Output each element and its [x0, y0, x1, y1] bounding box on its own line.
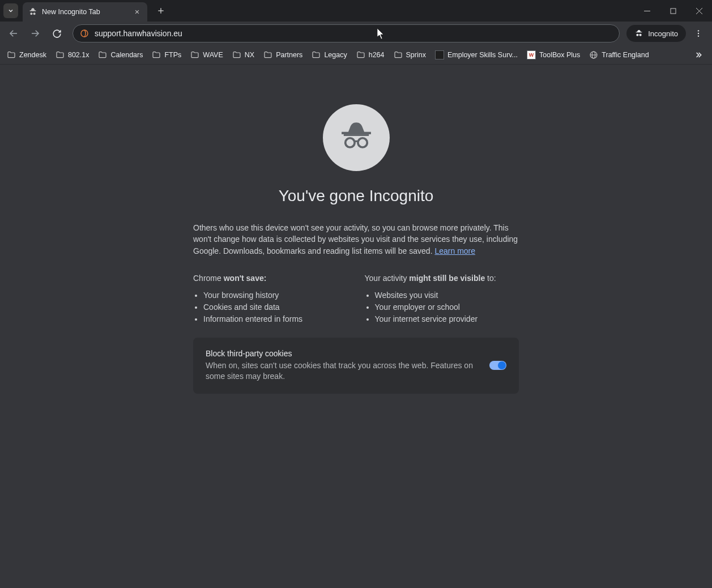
bookmark-item[interactable]: Zendesk	[7, 50, 46, 59]
bookmark-label: Traffic England	[602, 51, 649, 59]
bookmark-item[interactable]: Calendars	[98, 50, 143, 59]
learn-more-link[interactable]: Learn more	[434, 246, 475, 255]
cookie-card-title: Block third-party cookies	[206, 349, 478, 358]
arrow-left-icon	[8, 28, 19, 39]
bookmark-item[interactable]: h264	[356, 50, 385, 59]
dots-vertical-icon	[694, 29, 703, 38]
tab-search-button[interactable]	[3, 3, 18, 18]
folder-icon	[7, 50, 16, 59]
minimize-button[interactable]	[634, 0, 660, 22]
bookmark-label: Partners	[276, 51, 302, 59]
bookmark-item[interactable]: Traffic England	[589, 50, 649, 59]
list-item: Websites you visit	[375, 289, 519, 301]
tab-close-button[interactable]	[133, 7, 142, 16]
tab-title: New Incognito Tab	[42, 8, 128, 16]
page-heading: You've gone Incognito	[279, 187, 434, 205]
bookmark-item[interactable]: WToolBox Plus	[527, 50, 580, 59]
folder-icon	[263, 50, 272, 59]
window-controls	[634, 0, 712, 22]
svg-point-13	[698, 35, 699, 36]
incognito-hero-icon	[323, 104, 390, 171]
folder-icon	[232, 50, 241, 59]
bookmark-item[interactable]: Legacy	[312, 50, 347, 59]
bookmark-label: Legacy	[324, 51, 347, 59]
column-visible-to: Your activity might still be visible to:…	[365, 274, 519, 325]
globe-icon	[589, 50, 598, 59]
new-tab-button[interactable]	[153, 3, 169, 19]
folder-icon	[152, 50, 161, 59]
folder-icon	[98, 50, 107, 59]
site-favicon: W	[527, 50, 536, 59]
intro-text: Others who use this device won't see you…	[193, 222, 519, 257]
bookmark-label: Zendesk	[19, 51, 46, 59]
svg-point-10	[81, 30, 88, 37]
bookmark-item[interactable]: FTPs	[152, 50, 181, 59]
back-button[interactable]	[5, 24, 23, 42]
incognito-tab-icon	[28, 7, 37, 16]
bookmark-label: NX	[245, 51, 254, 59]
bookmark-item[interactable]: WAVE	[190, 50, 223, 59]
folder-icon	[56, 50, 65, 59]
bookmark-item[interactable]: NX	[232, 50, 254, 59]
bookmark-label: Employer Skills Surv...	[447, 51, 518, 59]
titlebar: New Incognito Tab	[0, 0, 712, 22]
reload-icon	[52, 29, 62, 39]
svg-rect-17	[343, 134, 368, 136]
bookmark-label: 802.1x	[68, 51, 89, 59]
bookmarks-bar: Zendesk802.1xCalendarsFTPsWAVENXPartners…	[0, 45, 712, 65]
incognito-chip-label: Incognito	[648, 29, 678, 38]
list-item: Your internet service provider	[375, 313, 519, 325]
folder-icon	[190, 50, 199, 59]
cookie-card-desc: When on, sites can't use cookies that tr…	[206, 360, 478, 382]
bookmark-label: FTPs	[164, 51, 181, 59]
forward-button[interactable]	[26, 24, 44, 42]
folder-icon	[394, 50, 403, 59]
address-input[interactable]	[95, 29, 612, 38]
block-cookies-toggle[interactable]	[489, 361, 506, 370]
omnibox[interactable]	[73, 24, 620, 42]
bookmark-item[interactable]: Partners	[263, 50, 302, 59]
arrow-right-icon	[30, 28, 40, 39]
tab-active[interactable]: New Incognito Tab	[23, 2, 147, 22]
chrome-menu-button[interactable]	[689, 24, 707, 42]
incognito-chip[interactable]: Incognito	[626, 25, 686, 42]
bookmark-label: ToolBox Plus	[539, 51, 580, 59]
incognito-icon	[634, 29, 643, 38]
column-title: Chrome won't save:	[193, 274, 348, 283]
svg-rect-5	[671, 8, 676, 14]
chevron-double-right-icon	[694, 50, 703, 59]
chevron-down-icon	[7, 7, 14, 14]
site-icon	[80, 29, 89, 38]
maximize-button[interactable]	[660, 0, 686, 22]
plus-icon	[157, 7, 165, 15]
bookmark-label: h264	[369, 51, 385, 59]
bookmark-item[interactable]: 802.1x	[56, 50, 89, 59]
list-item: Your employer or school	[375, 301, 519, 313]
maximize-icon	[670, 8, 676, 14]
list-item: Cookies and site data	[203, 301, 348, 313]
reload-button[interactable]	[48, 24, 66, 42]
column-wont-save: Chrome won't save: Your browsing history…	[193, 274, 348, 325]
minimize-icon	[644, 8, 650, 14]
page-content: You've gone Incognito Others who use thi…	[0, 65, 712, 588]
bookmark-label: Calendars	[110, 51, 143, 59]
bookmark-item[interactable]: Sprinx	[394, 50, 426, 59]
svg-point-11	[698, 30, 699, 31]
info-columns: Chrome won't save: Your browsing history…	[193, 274, 519, 325]
bookmarks-overflow-button[interactable]	[692, 48, 705, 62]
column-title: Your activity might still be visible to:	[365, 274, 519, 283]
close-icon	[696, 8, 702, 14]
close-window-button[interactable]	[686, 0, 712, 22]
block-cookies-card: Block third-party cookies When on, sites…	[193, 338, 519, 394]
svg-point-19	[357, 138, 366, 147]
bookmark-item[interactable]: Employer Skills Surv...	[435, 50, 518, 59]
site-favicon	[435, 50, 444, 59]
folder-icon	[356, 50, 365, 59]
list-item: Your browsing history	[203, 289, 348, 301]
close-icon	[134, 9, 140, 15]
list-item: Information entered in forms	[203, 313, 348, 325]
toggle-knob	[498, 361, 506, 369]
svg-point-12	[698, 33, 699, 34]
toolbar: Incognito	[0, 22, 712, 45]
bookmark-label: Sprinx	[406, 51, 426, 59]
